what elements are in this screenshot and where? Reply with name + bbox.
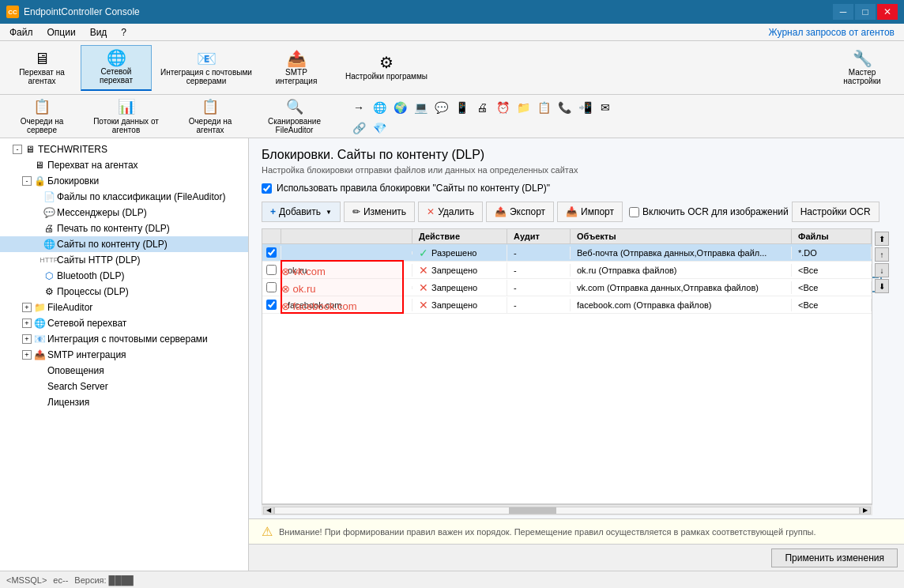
btn-agent-queue-label: Очереди на агентах: [179, 117, 242, 134]
sidebar-print-content-label: Печать по контенту (DLP): [57, 223, 170, 234]
icon-mail[interactable]: ✉: [596, 98, 615, 117]
journal-link[interactable]: Журнал запросов от агентов: [763, 25, 901, 40]
toolbar-agent-intercept[interactable]: 🖥 Перехват на агентах: [6, 45, 77, 91]
table-row[interactable]: ✕ Запрещено - vk.com (Отправка данных,От…: [262, 279, 872, 296]
apply-button[interactable]: Применить изменения: [771, 548, 898, 567]
scroll-right-arrow[interactable]: ▶: [860, 507, 871, 514]
btn-server-queue[interactable]: 📋 Очереди на сервере: [6, 97, 77, 135]
row2-checkbox[interactable]: [266, 265, 277, 275]
icon-chat[interactable]: 💬: [431, 98, 450, 117]
menu-item-view[interactable]: Вид: [84, 25, 114, 40]
sidebar-item-network-intercept[interactable]: + 🌐 Сетевой перехват: [0, 315, 248, 331]
ocr-checkbox-label[interactable]: Включить OCR для изображений: [629, 206, 789, 217]
table-row[interactable]: ok.ru ✕ Запрещено - ok.ru (Отправка файл…: [262, 262, 872, 279]
ocr-settings-button[interactable]: Настройки OCR: [792, 202, 880, 222]
scroll-top-button[interactable]: ⬆: [875, 232, 889, 246]
icon-phone[interactable]: 📱: [452, 98, 471, 117]
sidebar-item-search-server[interactable]: Search Server: [0, 379, 248, 394]
delete-button[interactable]: ✕ Удалить: [418, 202, 483, 222]
btn-server-queue-label: Очереди на сервере: [10, 117, 73, 134]
ocr-checkbox[interactable]: [629, 207, 639, 217]
row1-checkbox[interactable]: [266, 247, 277, 258]
minimize-button[interactable]: ─: [833, 4, 853, 20]
scroll-down-button[interactable]: ↓: [875, 263, 889, 277]
scroll-up-button[interactable]: ↑: [875, 247, 889, 262]
sidebar-item-bluetooth[interactable]: ⬡ Bluetooth (DLP): [0, 268, 248, 284]
sidebar-item-processes[interactable]: ⚙ Процессы (DLP): [0, 284, 248, 300]
td-name-2: ok.ru: [281, 264, 412, 277]
sidebar-item-file-auditor[interactable]: + 📁 FileAuditor: [0, 300, 248, 315]
icon-monitor[interactable]: 💻: [411, 98, 430, 117]
sidebar-item-agent-intercept[interactable]: 🖥 Перехват на агентах: [0, 157, 248, 173]
td-name-3: [281, 286, 412, 289]
row4-checkbox[interactable]: [266, 300, 277, 310]
edit-button[interactable]: ✏ Изменить: [344, 202, 415, 222]
sidebar-item-smtp-integration[interactable]: + 📤 SMTP интеграция: [0, 347, 248, 363]
second-toolbar: 📋 Очереди на сервере 📊 Потоки данных от …: [0, 95, 904, 138]
icon-clock[interactable]: ⏰: [493, 98, 512, 117]
sidebar-item-license[interactable]: Лицензия: [0, 394, 248, 410]
icon-print[interactable]: 🖨: [473, 98, 492, 117]
icon-folder[interactable]: 📁: [514, 98, 533, 117]
toolbar-smtp[interactable]: 📤 SMTP интеграция: [261, 45, 332, 91]
sidebar-item-file-classification[interactable]: 📄 Файлы по классификации (FileAuditor): [0, 189, 248, 205]
toolbar-program-settings[interactable]: ⚙ Настройки программы: [335, 45, 438, 91]
scroll-bottom-button[interactable]: ⬇: [875, 279, 889, 293]
menu-item-help[interactable]: ?: [115, 25, 133, 40]
menu-item-file[interactable]: Файл: [3, 25, 40, 40]
sidebar-http-sites-label: Сайты HTTP (DLP): [57, 254, 140, 266]
sidebar-item-messengers[interactable]: 💬 Мессенджеры (DLP): [0, 205, 248, 220]
menu-item-options[interactable]: Опции: [41, 25, 82, 40]
icon-web[interactable]: 🌐: [370, 98, 389, 117]
icon-mobile[interactable]: 📲: [575, 98, 594, 117]
btn-file-auditor-scan-label: Сканирование FileAuditor: [253, 117, 336, 134]
sidebar-item-techwriters[interactable]: - 🖥 TECHWRITERS: [0, 141, 248, 157]
toolbar-wizard-label: Мастер настройки: [831, 68, 894, 85]
page-title: Блокировки. Сайты по контенту (DLP): [262, 148, 891, 162]
scroll-track[interactable]: [274, 507, 860, 514]
table-row[interactable]: ✓ Разрешено - Веб-почта (Отправка данных…: [262, 244, 872, 262]
maximize-button[interactable]: □: [855, 4, 876, 20]
use-rules-checkbox[interactable]: [262, 183, 272, 194]
td-objects-1: Веб-почта (Отправка данных,Отправка файл…: [571, 247, 792, 259]
scroll-left-arrow[interactable]: ◀: [263, 507, 274, 514]
btn-agent-queue[interactable]: 📋 Очереди на агентах: [175, 97, 246, 135]
icon-forward[interactable]: →: [349, 98, 368, 117]
close-button[interactable]: ✕: [877, 4, 898, 20]
toolbar-wizard[interactable]: 🔧 Мастер настройки: [827, 45, 898, 91]
edit-label: Изменить: [363, 206, 406, 217]
sidebar-item-sites-content[interactable]: 🌐 Сайты по контенту (DLP): [0, 236, 248, 252]
row3-checkbox[interactable]: [266, 282, 277, 292]
sidebar-item-http-sites[interactable]: HTTP Сайты HTTP (DLP): [0, 252, 248, 268]
icon-gem[interactable]: 💎: [370, 119, 389, 134]
delete-icon: ✕: [427, 206, 435, 217]
table-row[interactable]: facebook.com ✕ Запрещено - facebook.com …: [262, 296, 872, 314]
action-icon-1: ✓: [419, 247, 428, 259]
icon-clipboard[interactable]: 📋: [534, 98, 553, 117]
horizontal-scrollbar[interactable]: ◀ ▶: [262, 504, 872, 515]
sidebar-item-notifications[interactable]: Оповещения: [0, 363, 248, 379]
sidebar-item-mail-integration[interactable]: + 📧 Интеграция с почтовыми серверами: [0, 331, 248, 347]
action-icon-2: ✕: [419, 264, 428, 277]
use-rules-checkbox-row: Использовать правила блокировки "Сайты п…: [249, 178, 904, 198]
toolbar-program-settings-label: Настройки программы: [345, 72, 428, 81]
import-button[interactable]: 📥 Импорт: [557, 202, 623, 222]
add-button[interactable]: + Добавить ▼: [262, 202, 341, 222]
sidebar-search-server-label: Search Server: [47, 381, 108, 392]
export-button[interactable]: 📤 Экспорт: [486, 202, 554, 222]
use-rules-label[interactable]: Использовать правила блокировки "Сайты п…: [277, 183, 550, 194]
toolbar-network-intercept[interactable]: 🌐 Сетевой перехват: [81, 45, 152, 91]
add-icon: +: [270, 206, 276, 217]
icon-link[interactable]: 🔗: [349, 119, 368, 134]
action-icon-3: ✕: [419, 281, 428, 294]
td-audit-1: -: [507, 247, 571, 259]
sidebar-item-blockings[interactable]: - 🔒 Блокировки: [0, 173, 248, 189]
action-label-4: Запрещено: [431, 300, 477, 310]
btn-agent-streams[interactable]: 📊 Потоки данных от агентов: [81, 97, 171, 135]
sidebar-item-print-content[interactable]: 🖨 Печать по контенту (DLP): [0, 220, 248, 236]
icon-call[interactable]: 📞: [555, 98, 574, 117]
toolbar-mail-integration[interactable]: 📧 Интеграция с почтовыми серверами: [155, 45, 258, 91]
add-dropdown-icon: ▼: [326, 209, 332, 216]
btn-file-auditor-scan[interactable]: 🔍 Сканирование FileAuditor: [249, 97, 340, 135]
icon-earth[interactable]: 🌍: [390, 98, 409, 117]
